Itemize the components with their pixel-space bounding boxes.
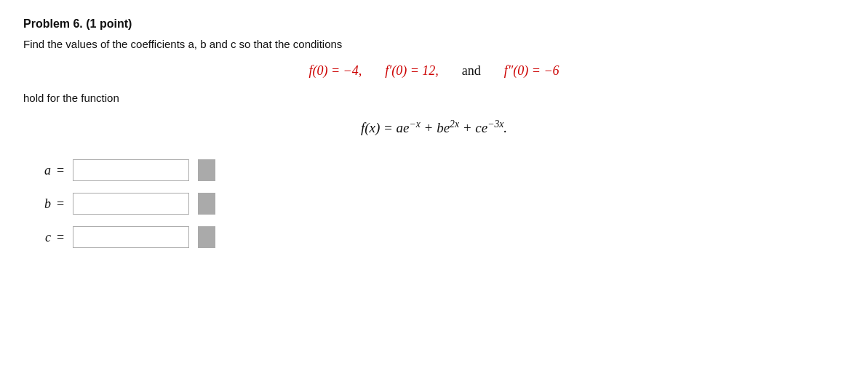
conditions-row: f(0) = −4, f′(0) = 12, and f″(0) = −6 bbox=[23, 63, 845, 79]
label-c: c bbox=[31, 230, 51, 245]
equals-a: = bbox=[57, 163, 64, 178]
answer-input-b[interactable] bbox=[73, 193, 189, 215]
condition-fp0: f′(0) = 12, bbox=[385, 63, 439, 79]
input-row-c: c = bbox=[31, 226, 845, 248]
submit-button-a[interactable] bbox=[198, 159, 215, 181]
answer-input-a[interactable] bbox=[73, 159, 189, 181]
submit-button-c[interactable] bbox=[198, 226, 215, 248]
submit-button-b[interactable] bbox=[198, 193, 215, 215]
inputs-section: a = b = c = bbox=[31, 159, 845, 248]
problem-description: Find the values of the coefficients a, b… bbox=[23, 38, 845, 50]
answer-input-c[interactable] bbox=[73, 226, 189, 248]
function-formula: f(x) = ae−x + be2x + ce−3x. bbox=[361, 119, 507, 136]
condition-f0: f(0) = −4, bbox=[308, 63, 362, 79]
problem-points: (1 point) bbox=[86, 17, 132, 30]
label-a: a bbox=[31, 163, 51, 178]
equals-b: = bbox=[57, 196, 64, 212]
input-row-b: b = bbox=[31, 193, 845, 215]
hold-text-content: hold for the function bbox=[23, 92, 119, 104]
label-b: b bbox=[31, 196, 51, 212]
description-text: Find the values of the coefficients a, b… bbox=[23, 38, 342, 50]
input-row-a: a = bbox=[31, 159, 845, 181]
equals-c: = bbox=[57, 230, 64, 245]
condition-fpp0: f″(0) = −6 bbox=[504, 63, 560, 79]
problem-number: Problem 6. bbox=[23, 17, 83, 30]
function-display: f(x) = ae−x + be2x + ce−3x. bbox=[23, 119, 845, 136]
hold-text: hold for the function bbox=[23, 92, 845, 104]
problem-title: Problem 6. (1 point) bbox=[23, 17, 845, 31]
and-text: and bbox=[462, 63, 481, 79]
